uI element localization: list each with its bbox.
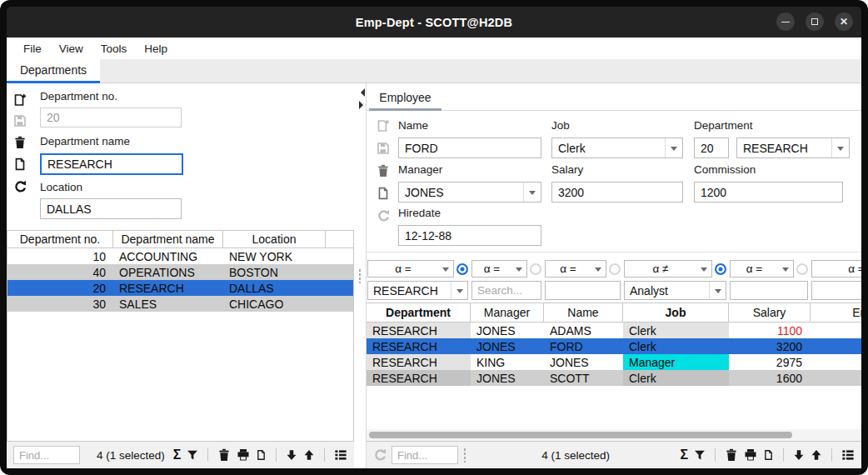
table-row[interactable]: 30 SALES CHICAGO — [7, 296, 353, 312]
copy-icon[interactable] — [763, 448, 774, 462]
filter-icon[interactable] — [187, 448, 198, 462]
menu-tools[interactable]: Tools — [94, 40, 134, 58]
list-view-icon[interactable] — [334, 448, 347, 462]
move-down-icon[interactable] — [793, 448, 805, 462]
new-record-icon[interactable] — [377, 119, 390, 132]
sum-icon[interactable]: Σ — [173, 448, 182, 462]
save-icon[interactable] — [13, 114, 27, 128]
commission-field[interactable] — [694, 182, 843, 202]
table-row[interactable]: RESEARCH KING JONES Manager 2975 — [367, 354, 861, 370]
filter-value-input[interactable] — [545, 281, 621, 300]
filter-value-combobox[interactable]: Analyst — [624, 281, 726, 300]
filter-operator-combobox[interactable]: α = — [811, 260, 861, 278]
list-view-icon[interactable] — [841, 448, 855, 462]
col-header-name[interactable]: Name — [544, 303, 623, 322]
manager-combobox[interactable]: JONES — [398, 182, 541, 202]
move-down-icon[interactable] — [286, 448, 297, 462]
table-row[interactable]: RESEARCH JONES SCOTT Clerk 1600 — [367, 370, 861, 386]
filter-value-input[interactable] — [811, 281, 861, 300]
table-row[interactable]: 10 ACCOUNTING NEW YORK — [7, 248, 353, 264]
collapse-left-icon[interactable] — [357, 88, 365, 97]
dropdown-button[interactable] — [523, 182, 541, 202]
table-row[interactable]: RESEARCH JONES FORD Clerk 3200 — [367, 338, 861, 354]
find-input[interactable] — [392, 446, 458, 464]
chevron-down-icon — [529, 191, 536, 198]
filter-operator-combobox[interactable]: α = — [545, 260, 606, 278]
sum-icon[interactable]: Σ — [680, 448, 688, 462]
filter-radio-1[interactable] — [530, 263, 541, 275]
hiredate-field[interactable] — [398, 225, 541, 246]
department-label: Department — [694, 119, 753, 132]
move-up-icon[interactable] — [811, 448, 822, 462]
save-icon[interactable] — [377, 142, 390, 155]
scrollbar-thumb[interactable] — [369, 432, 792, 438]
dept-name-field[interactable] — [40, 153, 183, 175]
table-row[interactable]: RESEARCH JONES ADAMS Clerk 1100 — [367, 322, 861, 338]
filter-value-input[interactable] — [730, 281, 808, 300]
move-up-icon[interactable] — [303, 448, 315, 462]
filter-operator-combobox[interactable]: α = — [471, 260, 527, 278]
dropdown-button[interactable] — [665, 138, 682, 158]
filter-value-combobox[interactable]: RESEARCH — [367, 281, 468, 300]
copy-icon[interactable] — [377, 187, 390, 200]
refresh-icon[interactable] — [373, 448, 387, 462]
filter-radio-0[interactable] — [456, 263, 468, 275]
col-header-extra — [326, 231, 352, 248]
job-combobox[interactable]: Clerk — [551, 138, 683, 158]
table-row[interactable]: 40 OPERATIONS BOSTON — [7, 264, 353, 280]
refresh-icon[interactable] — [377, 209, 390, 222]
delete-icon[interactable] — [13, 136, 27, 149]
delete-icon[interactable] — [217, 448, 231, 462]
filter-radio-3[interactable] — [715, 263, 726, 275]
print-icon[interactable] — [744, 448, 757, 462]
close-button[interactable]: ✕ — [835, 12, 853, 31]
tab-departments[interactable]: Departments — [7, 59, 100, 83]
print-icon[interactable] — [237, 448, 250, 462]
department-no-field[interactable] — [694, 138, 729, 158]
panel-splitter[interactable] — [354, 83, 367, 468]
dropdown-button[interactable] — [831, 138, 849, 158]
delete-icon[interactable] — [377, 164, 390, 178]
find-input[interactable] — [13, 446, 80, 464]
col-header-salary[interactable]: Salary — [729, 303, 811, 322]
copy-icon[interactable] — [13, 158, 27, 171]
dropdown-button[interactable] — [451, 282, 467, 299]
new-record-icon[interactable] — [13, 93, 27, 107]
splitter-grip[interactable] — [358, 268, 362, 283]
toolbar-grip[interactable] — [463, 448, 466, 462]
dropdown-button[interactable] — [709, 282, 726, 299]
location-field[interactable] — [40, 198, 182, 219]
col-header-dept-no[interactable]: Department no. — [7, 231, 113, 248]
salary-field[interactable] — [551, 182, 683, 202]
table-row[interactable]: 20 RESEARCH DALLAS — [7, 280, 353, 296]
horizontal-scrollbar[interactable] — [367, 429, 861, 441]
filter-operator-combobox[interactable]: α = — [367, 260, 454, 278]
filter-value-input[interactable] — [471, 281, 541, 300]
delete-icon[interactable] — [725, 448, 738, 462]
col-header-employee[interactable]: Employ — [811, 303, 861, 322]
filter-icon[interactable] — [694, 448, 706, 462]
dept-no-field[interactable] — [40, 108, 182, 128]
separator — [276, 448, 277, 462]
department-combobox[interactable]: RESEARCH — [736, 138, 850, 158]
tab-employee[interactable]: Employee — [369, 86, 441, 111]
menu-view[interactable]: View — [52, 40, 90, 58]
chevron-down-icon — [782, 268, 789, 275]
maximize-button[interactable] — [806, 12, 824, 31]
refresh-icon[interactable] — [13, 180, 27, 193]
minimize-button[interactable] — [776, 12, 795, 31]
menu-help[interactable]: Help — [137, 40, 174, 58]
col-header-manager[interactable]: Manager — [471, 303, 544, 322]
col-header-dept-name[interactable]: Department name — [113, 231, 223, 248]
col-header-location[interactable]: Location — [223, 231, 326, 248]
filter-operator-combobox[interactable]: α = — [730, 260, 794, 278]
name-field[interactable] — [398, 138, 541, 158]
filter-radio-4[interactable] — [796, 263, 808, 275]
filter-operator-combobox[interactable]: α ≠ — [624, 260, 712, 278]
col-header-job[interactable]: Job — [623, 303, 729, 322]
filter-radio-2[interactable] — [609, 263, 621, 275]
menu-file[interactable]: File — [17, 40, 48, 58]
employee-table: Department Manager Name Job Salary Emplo… — [367, 302, 861, 429]
col-header-department[interactable]: Department — [367, 303, 471, 322]
copy-icon[interactable] — [256, 448, 267, 462]
